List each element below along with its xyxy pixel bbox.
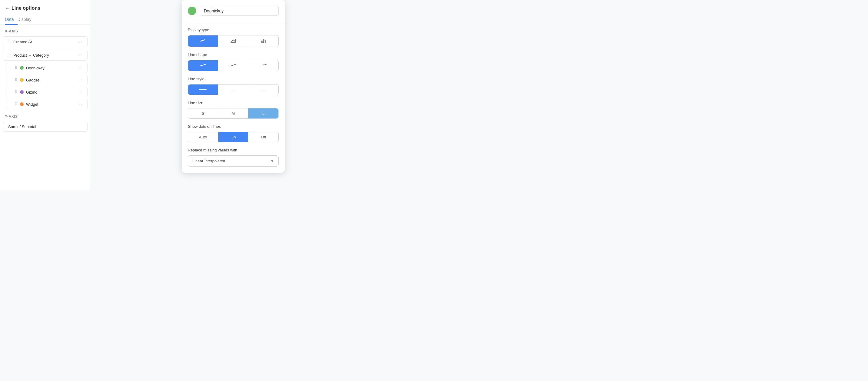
more-button-gadget[interactable]: ··· <box>78 77 82 83</box>
yaxis-sum-subtotal-label: Sum of Subtotal <box>8 125 82 129</box>
more-button-created-at[interactable]: ··· <box>78 39 82 44</box>
replace-missing-value: Linear Interpolated <box>192 159 225 163</box>
line-style-group: -- ··· <box>188 84 279 95</box>
back-button[interactable]: ← Line options <box>0 0 91 14</box>
show-dots-group: Auto On Off <box>188 132 279 142</box>
display-type-line-button[interactable] <box>188 35 218 46</box>
display-type-bar-button[interactable] <box>248 35 278 46</box>
drag-handle-icon: ⠿ <box>15 102 18 106</box>
tabs-row: Data Display <box>0 14 91 25</box>
line-shape-label: Line shape <box>188 53 279 57</box>
line-size-m-button[interactable]: M <box>218 108 249 119</box>
yaxis-section-label: Y-axis <box>0 110 91 121</box>
line-style-dotted-button[interactable]: ··· <box>248 85 278 95</box>
replace-missing-select[interactable]: Linear Interpolated ▼ <box>188 155 279 166</box>
back-icon: ← <box>5 5 10 11</box>
xaxis-product-category-label: Product → Category <box>13 53 75 58</box>
tab-data[interactable]: Data <box>5 14 18 25</box>
display-type-label: Display type <box>188 28 279 32</box>
line-style-label: Line style <box>188 76 279 81</box>
more-button-product-category[interactable]: ··· <box>78 53 82 58</box>
sub-item-widget-label: Widget <box>26 102 75 106</box>
svg-rect-1 <box>263 39 265 43</box>
dot-widget <box>20 102 24 106</box>
panel-title: Line options <box>11 5 40 11</box>
dots-off-button[interactable]: Off <box>248 132 278 142</box>
more-button-doohickey[interactable]: ··· <box>78 65 82 70</box>
line-size-s-button[interactable]: S <box>188 108 218 119</box>
chevron-down-icon: ▼ <box>271 159 274 163</box>
sub-item-gizmo[interactable]: ⠿ Gizmo ··· <box>6 87 88 97</box>
drag-handle-icon: ⠿ <box>15 78 18 82</box>
dot-gadget <box>20 78 24 82</box>
display-type-group <box>188 35 279 47</box>
sub-item-gadget[interactable]: ⠿ Gadget ··· <box>6 75 88 85</box>
line-size-label: Line size <box>188 100 279 105</box>
svg-line-3 <box>200 64 206 66</box>
tab-display[interactable]: Display <box>18 14 35 25</box>
drag-handle-icon: ⠿ <box>15 90 18 94</box>
sub-item-doohickey[interactable]: ⠿ Doohickey ··· <box>6 63 88 73</box>
modal-divider <box>182 22 285 22</box>
line-shape-group <box>188 60 279 71</box>
line-size-group: S M L <box>188 108 279 119</box>
dots-on-button[interactable]: On <box>218 132 249 142</box>
more-button-widget[interactable]: ··· <box>78 101 82 107</box>
svg-rect-0 <box>261 40 262 43</box>
left-panel: ← Line options Data Display X-axis ⠿ Cre… <box>0 0 91 191</box>
line-shape-straight-button[interactable] <box>188 60 218 71</box>
sub-item-gizmo-label: Gizmo <box>26 90 75 95</box>
dot-doohickey <box>20 66 24 70</box>
line-options-modal: Display type Line shape <box>182 0 285 172</box>
svg-rect-2 <box>265 40 266 43</box>
line-shape-step-button[interactable] <box>248 60 278 71</box>
sub-item-doohickey-label: Doohickey <box>26 66 75 70</box>
line-shape-curved-button[interactable] <box>218 60 249 71</box>
sub-item-widget[interactable]: ⠿ Widget ··· <box>6 99 88 109</box>
xaxis-created-at[interactable]: ⠿ Created At ··· <box>3 36 88 47</box>
xaxis-created-at-label: Created At <box>13 40 75 44</box>
series-name-input[interactable] <box>200 6 279 16</box>
drag-handle-icon: ⠿ <box>8 40 11 44</box>
sub-item-gadget-label: Gadget <box>26 78 75 83</box>
xaxis-product-category[interactable]: ⠿ Product → Category ··· <box>3 50 88 61</box>
show-dots-label: Show dots on lines <box>188 124 279 129</box>
line-style-dashed-button[interactable]: -- <box>218 85 249 95</box>
dots-auto-button[interactable]: Auto <box>188 132 218 142</box>
more-button-gizmo[interactable]: ··· <box>78 89 82 95</box>
modal-header <box>188 6 279 16</box>
xaxis-section-label: X-axis <box>0 25 91 35</box>
drag-handle-icon: ⠿ <box>8 53 11 57</box>
drag-handle-icon: ⠿ <box>15 66 18 70</box>
yaxis-sum-subtotal[interactable]: Sum of Subtotal <box>3 122 88 132</box>
dot-gizmo <box>20 90 24 94</box>
display-type-area-button[interactable] <box>218 35 249 46</box>
modal-color-dot <box>188 7 196 15</box>
replace-missing-label: Replace missing values with <box>188 148 279 152</box>
line-style-solid-button[interactable] <box>188 85 218 95</box>
line-size-l-button[interactable]: L <box>248 108 278 119</box>
